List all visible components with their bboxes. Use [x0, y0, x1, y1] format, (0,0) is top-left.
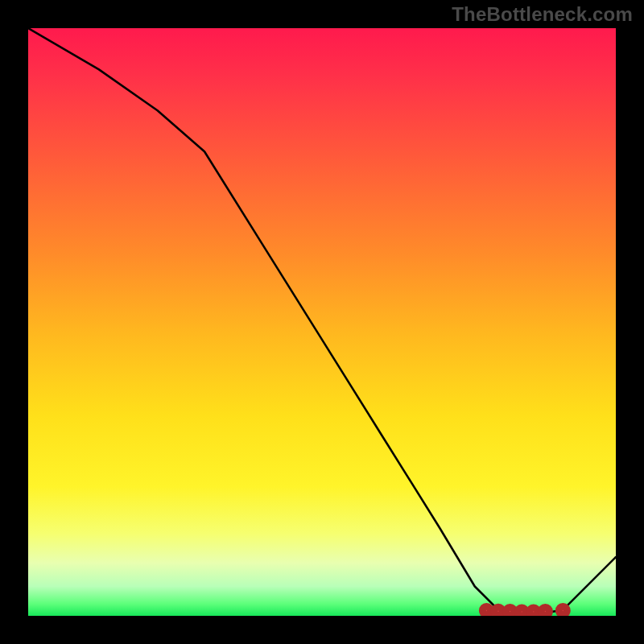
chart-plot-area — [28, 28, 616, 616]
watermark-text: TheBottleneck.com — [452, 3, 633, 26]
chart-line-series — [28, 28, 616, 613]
chart-marker — [559, 606, 567, 614]
chart-marker — [482, 606, 490, 614]
chart-marker — [506, 607, 514, 615]
chart-frame: TheBottleneck.com — [0, 0, 644, 644]
chart-svg — [28, 28, 616, 616]
chart-marker — [541, 607, 549, 615]
chart-marker — [494, 607, 502, 615]
chart-marker — [518, 608, 526, 616]
chart-marker — [530, 608, 538, 616]
